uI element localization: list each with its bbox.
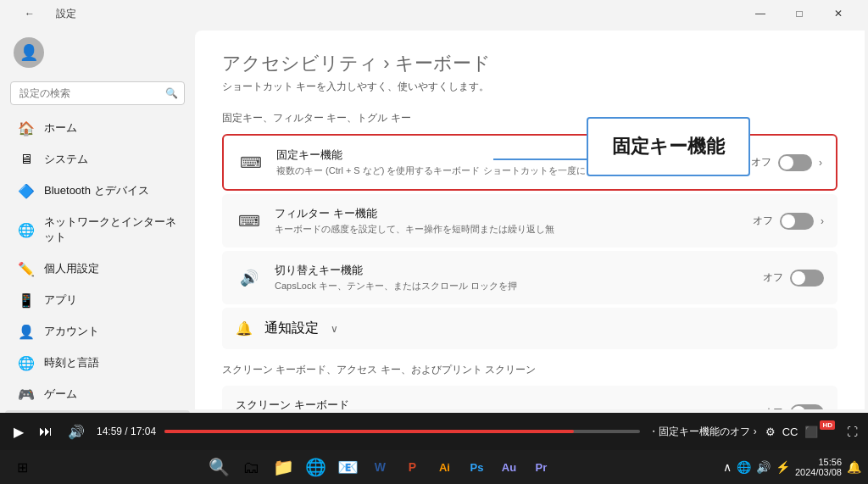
notification-text: 通知設定 — [264, 320, 319, 337]
breadcrumb-child: キーボード — [395, 53, 491, 74]
sidebar-item-bluetooth[interactable]: 🔷Bluetooth とデバイス — [5, 175, 190, 206]
taskbar-volume[interactable]: 🔊 — [756, 460, 771, 474]
breadcrumb-separator: › — [383, 53, 394, 74]
sidebar-network-icon: 🌐 — [19, 222, 34, 237]
close-button[interactable]: ✕ — [819, 0, 858, 27]
sidebar-item-home[interactable]: 🏠ホーム — [5, 113, 190, 143]
sticky-keys-right: オフ › — [751, 154, 822, 171]
maximize-button[interactable]: □ — [780, 0, 819, 27]
notification-chevron: ∨ — [331, 323, 338, 335]
sidebar-time-label: 時刻と言語 — [44, 355, 99, 370]
taskbar-taskview[interactable]: 🗂 — [236, 452, 266, 482]
taskbar-time: 15:56 2024/03/08 — [795, 457, 842, 477]
notification-item[interactable]: 🔔 通知設定 ∨ — [222, 308, 837, 349]
toggle-keys-icon: 🔊 — [236, 264, 263, 292]
sidebar-item-gaming[interactable]: 🎮ゲーム — [5, 379, 190, 409]
screen-keyboard-right: オフ — [763, 404, 824, 410]
minimize-button[interactable]: — — [741, 0, 780, 27]
taskbar-files[interactable]: 📁 — [268, 452, 298, 482]
sticky-keys-toggle[interactable] — [778, 154, 812, 171]
taskbar-apps: 🔍 🗂 📁 🌐 📧 W P Ai Ps Au Pr — [41, 452, 720, 482]
sidebar-item-personalization[interactable]: ✏️個人用設定 — [5, 253, 190, 284]
sidebar-home-icon: 🏠 — [19, 120, 34, 136]
progress-bar[interactable] — [164, 430, 640, 433]
sidebar-home-label: ホーム — [44, 120, 77, 136]
taskbar-photoshop[interactable]: Ps — [461, 452, 492, 482]
start-button[interactable]: ⊞ — [7, 452, 37, 482]
screen-icon[interactable]: ⬛ — [804, 426, 818, 438]
video-controls: ▶ ⏭ 🔊 14:59 / 17:04 ・固定キー機能のオフ › ⚙ CC ⬛ … — [0, 413, 868, 450]
taskbar-premiere[interactable]: Pr — [526, 452, 556, 482]
taskbar-powerpoint[interactable]: P — [397, 452, 427, 482]
sidebar-personalization-icon: ✏️ — [19, 261, 34, 276]
sidebar-gaming-icon: 🎮 — [19, 387, 34, 402]
hd-badge: HD — [820, 420, 835, 430]
sticky-keys-chevron: › — [819, 157, 822, 169]
toggle-keys-title: 切り替えキー機能 — [275, 263, 751, 278]
screen-keyboard-toggle[interactable] — [790, 404, 824, 410]
sidebar-apps-label: アプリ — [44, 292, 77, 308]
taskbar-chevron[interactable]: ∧ — [723, 460, 732, 474]
sidebar-personalization-label: 個人用設定 — [44, 261, 99, 276]
toggle-keys-text: 切り替えキー機能 CapsLock キー、テンキー、またはスクロール ロックを押 — [275, 263, 751, 292]
sidebar-item-system[interactable]: 🖥システム — [5, 144, 190, 175]
sidebar-time-icon: 🌐 — [19, 355, 34, 370]
taskbar-network[interactable]: 🌐 — [737, 460, 751, 474]
time-display: 15:56 — [795, 457, 842, 467]
taskbar-mail[interactable]: 📧 — [332, 452, 363, 482]
notification-icon: 🔔 — [236, 320, 253, 337]
taskbar-edge[interactable]: 🌐 — [300, 452, 331, 482]
sidebar-item-time[interactable]: 🌐時刻と言語 — [5, 348, 190, 378]
filter-keys-desc: キーボードの感度を設定して、キー操作を短時間または繰り返し無 — [275, 223, 682, 236]
taskbar-word[interactable]: W — [364, 452, 395, 482]
filter-keys-icon: ⌨ — [236, 208, 263, 235]
search-input[interactable] — [10, 81, 185, 105]
taskbar-battery[interactable]: ⚡ — [776, 460, 790, 474]
taskbar-right: ∧ 🌐 🔊 ⚡ 15:56 2024/03/08 🔔 — [723, 457, 861, 477]
sidebar-accounts-icon: 👤 — [19, 324, 34, 339]
fullscreen-icon[interactable]: ⛶ — [847, 426, 858, 438]
next-button[interactable]: ⏭ — [36, 420, 56, 442]
toggle-keys-right: オフ — [763, 270, 824, 287]
taskbar-search[interactable]: 🔍 — [203, 452, 234, 482]
subtitle-icon[interactable]: CC — [782, 426, 798, 438]
filter-keys-right: オフ › — [753, 213, 824, 230]
titlebar-controls: — □ ✕ — [741, 0, 858, 27]
video-title: ・固定キー機能のオフ › — [648, 425, 756, 439]
toggle-keys-status: オフ — [763, 270, 783, 285]
screen-keyboard-title: スクリーン キーボード — [236, 398, 751, 409]
screen-keyboard-item[interactable]: スクリーン キーボード Windows キー＋ + Ctrl キー + O キー… — [222, 386, 837, 409]
taskbar-notification[interactable]: 🔔 — [847, 460, 861, 474]
section-group-2: スクリーン キーボード、アクセス キー、およびプリント スクリーン スクリーン … — [222, 363, 837, 409]
screen-keyboard-text: スクリーン キーボード Windows キー＋ + Ctrl キー + O キー… — [236, 398, 751, 409]
video-time: 14:59 / 17:04 — [97, 426, 156, 437]
titlebar-left: ← 設定 — [10, 0, 76, 27]
taskbar-audition[interactable]: Au — [493, 452, 524, 482]
toggle-keys-desc: CapsLock キー、テンキー、またはスクロール ロックを押 — [275, 280, 682, 292]
sidebar-bluetooth-icon: 🔷 — [19, 183, 34, 198]
breadcrumb-parent: アクセシビリティ — [222, 53, 378, 74]
sidebar-gaming-label: ゲーム — [44, 387, 77, 402]
sidebar: 👤 🔍 🏠ホーム🖥システム🔷Bluetooth とデバイス🌐ネットワークとインタ… — [0, 27, 195, 413]
progress-bar-fill — [164, 430, 574, 433]
vc-icons: ⚙ CC ⬛ HD ⛶ — [765, 426, 858, 438]
sidebar-apps-icon: 📱 — [19, 292, 34, 308]
back-button[interactable]: ← — [10, 0, 49, 27]
section-group-1: 固定キー、フィルター キー、トグル キー ⌨ 固定キー機能 複数のキー (Ctr… — [222, 111, 837, 349]
page-subtitle: ショートカット キーを入力しやすく、使いやすくします。 — [222, 80, 837, 94]
sticky-keys-icon: ⌨ — [237, 149, 264, 176]
sidebar-search[interactable]: 🔍 — [10, 81, 185, 105]
toggle-keys-toggle[interactable] — [790, 270, 824, 287]
sidebar-items-container: 🏠ホーム🖥システム🔷Bluetooth とデバイス🌐ネットワークとインターネット… — [0, 112, 195, 413]
sidebar-item-network[interactable]: 🌐ネットワークとインターネット — [5, 207, 190, 253]
breadcrumb: アクセシビリティ › キーボード — [222, 51, 837, 76]
play-button[interactable]: ▶ — [10, 420, 27, 443]
sidebar-item-accounts[interactable]: 👤アカウント — [5, 316, 190, 347]
taskbar-illustrator[interactable]: Ai — [429, 452, 459, 482]
sidebar-item-apps[interactable]: 📱アプリ — [5, 285, 190, 315]
filter-keys-toggle[interactable] — [780, 213, 814, 230]
settings-icon[interactable]: ⚙ — [765, 426, 776, 438]
toggle-keys-item[interactable]: 🔊 切り替えキー機能 CapsLock キー、テンキー、またはスクロール ロック… — [222, 251, 837, 304]
volume-button[interactable]: 🔊 — [64, 420, 88, 443]
section-2-label: スクリーン キーボード、アクセス キー、およびプリント スクリーン — [222, 363, 837, 377]
